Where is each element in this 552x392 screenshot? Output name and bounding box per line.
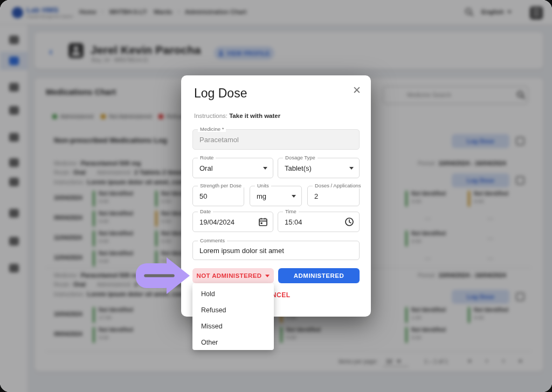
units-select-label: Units xyxy=(255,183,271,188)
route-select-label: Route xyxy=(198,155,216,160)
medicine-field-value: Paracetamol xyxy=(199,136,239,144)
route-select[interactable]: Route Oral xyxy=(192,158,273,178)
medicine-field-label: Medicine * xyxy=(198,126,226,132)
time-input[interactable]: Time 15:04 xyxy=(278,212,360,232)
doses-input-value: 2 xyxy=(314,192,318,200)
clock-icon[interactable] xyxy=(344,217,354,227)
calendar-icon[interactable] xyxy=(258,217,268,227)
doses-input-label: Doses / Applications xyxy=(313,183,363,188)
not-administered-label: NOT ADMINISTERED xyxy=(197,272,262,279)
menu-item-missed[interactable]: Missed xyxy=(192,318,274,334)
close-icon[interactable]: ✕ xyxy=(353,85,361,95)
dosage-type-select-value: Tablet(s) xyxy=(285,164,312,172)
not-administered-button[interactable]: NOT ADMINISTERED xyxy=(192,268,274,283)
chevron-down-icon xyxy=(349,167,354,170)
chevron-down-icon xyxy=(263,167,267,170)
route-select-value: Oral xyxy=(199,164,213,172)
comments-input-value: Lorem ipsum dolor sit amet xyxy=(199,247,284,255)
administered-button[interactable]: ADMINISTERED xyxy=(278,268,360,283)
chevron-down-icon xyxy=(265,275,270,277)
medicine-field: Medicine * Paracetamol xyxy=(192,129,360,150)
administered-label: ADMINISTERED xyxy=(294,272,344,279)
comments-input-label: Comments xyxy=(198,237,227,243)
comments-input[interactable]: Comments Lorem ipsum dolor sit amet xyxy=(192,241,360,260)
dosage-type-select-label: Dosage Type xyxy=(283,155,318,160)
time-input-value: 15:04 xyxy=(285,218,302,226)
dosage-type-select[interactable]: Dosage Type Tablet(s) xyxy=(278,158,360,178)
strength-input-label: Strength per Dose xyxy=(198,183,244,188)
strength-input[interactable]: Strength per Dose 50 xyxy=(192,186,244,206)
dialog-title: Log Dose xyxy=(194,86,247,101)
menu-item-other[interactable]: Other xyxy=(192,334,274,351)
dialog-instructions: Instructions: Take it with water xyxy=(194,113,280,119)
time-input-label: Time xyxy=(283,208,299,214)
instructions-value: Take it with water xyxy=(229,113,280,119)
app-window: Lab HMS Hospital Management System Home … xyxy=(0,0,552,392)
date-input-label: Date xyxy=(198,208,213,214)
menu-item-hold[interactable]: Hold xyxy=(192,286,274,302)
not-administered-menu: Hold Refused Missed Other xyxy=(192,283,274,350)
menu-item-refused[interactable]: Refused xyxy=(192,302,274,318)
chevron-down-icon xyxy=(292,195,296,198)
annotation-arrow-icon xyxy=(133,256,192,295)
units-select[interactable]: Units mg xyxy=(250,186,302,206)
date-input[interactable]: Date 19/04/2024 xyxy=(192,212,273,232)
doses-input[interactable]: Doses / Applications 2 xyxy=(307,186,360,206)
strength-input-value: 50 xyxy=(199,192,207,200)
date-input-value: 19/04/2024 xyxy=(199,218,234,226)
log-dose-dialog: Log Dose ✕ Instructions: Take it with wa… xyxy=(181,75,371,317)
units-select-value: mg xyxy=(257,192,266,200)
instructions-label: Instructions: xyxy=(194,113,227,119)
